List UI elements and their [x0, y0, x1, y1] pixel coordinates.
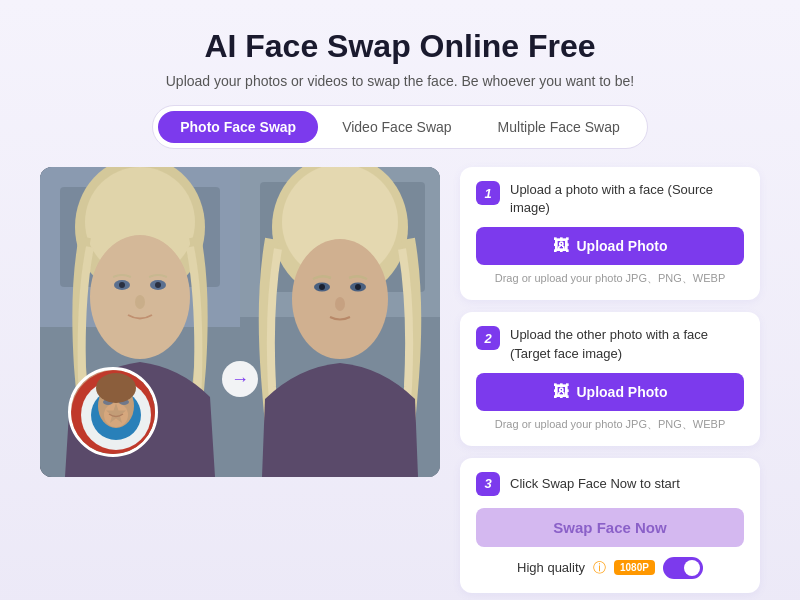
svg-point-30 [319, 284, 325, 290]
step-3-label: Click Swap Face Now to start [510, 475, 680, 493]
tab-photo-face-swap[interactable]: Photo Face Swap [158, 111, 318, 143]
tabs-bar: Photo Face Swap Video Face Swap Multiple… [152, 105, 648, 149]
svg-point-10 [155, 282, 161, 288]
upload-hint-1: Drag or upload your photo JPG、PNG、WEBP [476, 271, 744, 286]
main-content: → [40, 167, 760, 593]
header: AI Face Swap Online Free Upload your pho… [40, 28, 760, 89]
step-1-card: 1 Upload a photo with a face (Source ima… [460, 167, 760, 300]
step-2-card: 2 Upload the other photo with a face (Ta… [460, 312, 760, 445]
upload-photo-1-label: Upload Photo [577, 238, 668, 254]
page-subtitle: Upload your photos or videos to swap the… [40, 73, 760, 89]
svg-point-11 [135, 295, 145, 309]
upload-photo-2-button[interactable]: 🖼 Upload Photo [476, 373, 744, 411]
svg-point-20 [96, 373, 136, 403]
svg-point-9 [119, 282, 125, 288]
step-2-header: 2 Upload the other photo with a face (Ta… [476, 326, 744, 362]
quality-label: High quality [517, 560, 585, 575]
step-2-number: 2 [476, 326, 500, 350]
tab-multiple-face-swap[interactable]: Multiple Face Swap [476, 111, 642, 143]
page-container: AI Face Swap Online Free Upload your pho… [0, 0, 800, 600]
upload-icon-2: 🖼 [553, 383, 569, 401]
page-title: AI Face Swap Online Free [40, 28, 760, 65]
step-3-card: 3 Click Swap Face Now to start Swap Face… [460, 458, 760, 593]
image-panel-inner: → [40, 167, 440, 477]
step-1-number: 1 [476, 181, 500, 205]
step-1-label: Upload a photo with a face (Source image… [510, 181, 744, 217]
quality-badge: 1080P [614, 560, 655, 575]
step-3-number: 3 [476, 472, 500, 496]
tab-video-face-swap[interactable]: Video Face Swap [320, 111, 473, 143]
svg-point-31 [355, 284, 361, 290]
steps-panel: 1 Upload a photo with a face (Source ima… [460, 167, 760, 593]
target-face-svg [240, 167, 440, 477]
image-preview-panel: → [40, 167, 440, 477]
step-2-label: Upload the other photo with a face (Targ… [510, 326, 744, 362]
upload-hint-2: Drag or upload your photo JPG、PNG、WEBP [476, 417, 744, 432]
quality-toggle[interactable] [663, 557, 703, 579]
target-face-image [240, 167, 440, 477]
step-3-header: 3 Click Swap Face Now to start [476, 472, 744, 496]
info-icon: ⓘ [593, 559, 606, 577]
swap-arrow-overlay: → [222, 361, 258, 397]
svg-point-32 [335, 297, 345, 311]
upload-icon-1: 🖼 [553, 237, 569, 255]
upload-photo-1-button[interactable]: 🖼 Upload Photo [476, 227, 744, 265]
swap-face-now-button[interactable]: Swap Face Now [476, 508, 744, 547]
quality-row: High quality ⓘ 1080P [476, 557, 744, 579]
step-1-header: 1 Upload a photo with a face (Source ima… [476, 181, 744, 217]
toggle-knob [684, 560, 700, 576]
swap-arrow-icon: → [222, 361, 258, 397]
tabs-container: Photo Face Swap Video Face Swap Multiple… [40, 105, 760, 149]
upload-photo-2-label: Upload Photo [577, 384, 668, 400]
face-inset [68, 367, 158, 457]
